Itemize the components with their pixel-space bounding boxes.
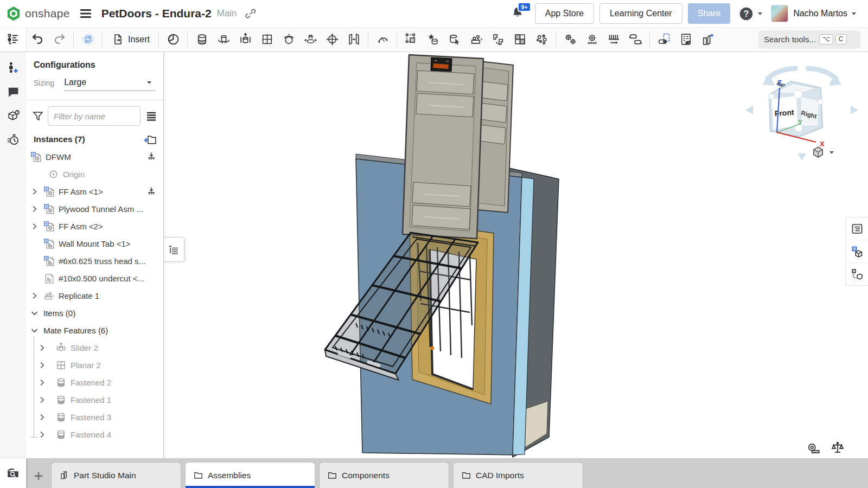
pattern-icon[interactable]: [487, 29, 509, 50]
tree-item-planar-2[interactable]: Planar 2: [26, 356, 163, 374]
gear-relation-icon[interactable]: [581, 29, 603, 50]
user-avatar[interactable]: [771, 5, 788, 22]
mate-connector-icon[interactable]: [422, 29, 444, 50]
view-options-button[interactable]: [811, 145, 838, 159]
tree-item-wall-mount-tab-1[interactable]: Wall Mount Tab <1>: [26, 235, 163, 252]
slider-mate-icon[interactable]: [234, 29, 256, 50]
belt-relation-icon[interactable]: [624, 29, 646, 50]
pan-right-arrow[interactable]: [851, 106, 858, 114]
chevron-right-icon[interactable]: [38, 429, 51, 439]
group-icon[interactable]: [400, 29, 422, 50]
exploded-view-icon[interactable]: [531, 29, 552, 50]
chevron-right-icon[interactable]: [38, 360, 51, 370]
insert-button[interactable]: Insert: [106, 29, 155, 50]
filter-icon[interactable]: [31, 110, 44, 123]
share-button[interactable]: Share: [688, 3, 731, 24]
fastened-mate-icon[interactable]: [191, 29, 213, 50]
rack-pinion-relation-icon[interactable]: [603, 29, 624, 50]
section-view-icon[interactable]: [653, 29, 675, 50]
measure-icon[interactable]: [807, 441, 821, 455]
tab-cad-imports[interactable]: CAD Imports: [453, 462, 583, 488]
snap-mode-icon[interactable]: [372, 29, 393, 50]
tree-section-items-0[interactable]: Items (0): [26, 304, 163, 322]
tree-item-fastened-2[interactable]: Fastened 2: [26, 374, 163, 391]
tab-components[interactable]: Components: [319, 462, 449, 488]
relations-icon[interactable]: [559, 29, 581, 50]
search-tools-input[interactable]: [763, 34, 817, 44]
planar-mate-icon[interactable]: [256, 29, 278, 50]
chevron-right-icon[interactable]: [38, 395, 51, 404]
main-menu-icon[interactable]: [79, 7, 93, 21]
share-link-icon[interactable]: [245, 8, 257, 20]
revolute-mate-icon[interactable]: [213, 29, 234, 50]
chevron-down-icon[interactable]: [756, 9, 764, 18]
undo-icon[interactable]: [27, 29, 48, 50]
tab-part-studio-main[interactable]: Part Studio Main: [51, 462, 181, 488]
chevron-right-icon[interactable]: [30, 291, 43, 300]
tangent-mate-icon[interactable]: [343, 29, 365, 50]
redo-icon[interactable]: [48, 29, 70, 50]
replicate-icon[interactable]: [465, 29, 487, 50]
tree-item-10x0-500-undercut[interactable]: #10x0.500 undercut <...: [26, 269, 163, 287]
comments-icon[interactable]: [3, 82, 23, 101]
chevron-right-icon[interactable]: [30, 187, 43, 196]
list-view-icon[interactable]: [145, 110, 158, 123]
tree-item-ff-asm-1[interactable]: FF Asm <1>: [26, 183, 163, 200]
tree-item-fastened-3[interactable]: Fastened 3: [26, 408, 163, 426]
add-tab-button[interactable]: [26, 464, 51, 488]
panel-collapse-handle[interactable]: [163, 237, 184, 262]
manage-positions-icon[interactable]: [444, 29, 465, 50]
versions-icon[interactable]: [3, 58, 23, 78]
chevron-right-icon[interactable]: [38, 377, 51, 387]
chevron-right-icon[interactable]: [30, 221, 43, 231]
history-icon[interactable]: [3, 130, 23, 149]
tab-assemblies[interactable]: Assemblies: [185, 462, 315, 488]
tree-item-slider-2[interactable]: Slider 2: [26, 339, 163, 356]
chevron-down-icon[interactable]: [30, 308, 43, 318]
search-tabs-button[interactable]: [0, 458, 26, 488]
mate-icon[interactable]: [162, 29, 184, 50]
tree-item-fastened-1[interactable]: Fastened 1: [26, 391, 163, 408]
add-folder-icon[interactable]: [143, 132, 157, 146]
chevron-right-icon[interactable]: [30, 204, 43, 214]
tree-item-origin[interactable]: Origin: [26, 165, 163, 183]
chevron-right-icon[interactable]: [38, 412, 51, 422]
search-tools-box[interactable]: ⌥ C: [758, 30, 860, 49]
pan-down-arrow[interactable]: [797, 153, 806, 160]
pan-left-arrow[interactable]: [745, 106, 753, 114]
workspace-name[interactable]: Main: [217, 8, 237, 19]
learning-center-button[interactable]: Learning Center: [599, 3, 682, 24]
tree-item-6x0-625-truss-head-s[interactable]: #6x0.625 truss head s...: [26, 252, 163, 269]
named-views-icon[interactable]: [846, 263, 868, 285]
display-states-icon[interactable]: [509, 29, 531, 50]
notifications-button[interactable]: 9+: [511, 6, 526, 21]
sizing-dropdown[interactable]: Large: [64, 78, 156, 91]
bom-table-icon[interactable]: [846, 217, 868, 240]
feature-list-toggle[interactable]: [0, 27, 27, 52]
tree-item-replicate-1[interactable]: Replicate 1: [26, 287, 163, 304]
shortcut-key-alt: ⌥: [819, 34, 833, 44]
tree-section-mate-features-6[interactable]: Mate Features (6): [26, 322, 163, 339]
chevron-down-icon[interactable]: [850, 9, 858, 18]
chevron-down-icon[interactable]: [30, 325, 43, 335]
ball-mate-icon[interactable]: [278, 29, 299, 50]
filter-input[interactable]: [48, 106, 141, 126]
tree-item-ff-asm-2[interactable]: FF Asm <2>: [26, 217, 163, 235]
mass-properties-icon[interactable]: [831, 441, 845, 455]
tree-item-dfwm[interactable]: DFWM: [26, 148, 163, 165]
bom-visibility-icon[interactable]: [675, 29, 697, 50]
help-icon[interactable]: ?: [739, 7, 754, 21]
pin-slot-mate-icon[interactable]: [299, 29, 321, 50]
update-references-icon[interactable]: [77, 29, 99, 50]
insert-item-icon[interactable]: [697, 29, 718, 50]
help-cube-icon[interactable]: ?: [3, 106, 23, 125]
user-name[interactable]: Nacho Martos: [793, 9, 847, 18]
chevron-right-icon[interactable]: [38, 343, 51, 352]
onshape-logo[interactable]: onshape: [5, 5, 70, 22]
tree-item-fastened-4[interactable]: Fastened 4: [26, 426, 163, 443]
configuration-panel-icon[interactable]: [846, 240, 868, 263]
tree-item-plywood-tunnel-asm[interactable]: Plywood Tunnel Asm ...: [26, 200, 163, 217]
view-cube[interactable]: Front Right Top Z X Y: [737, 54, 867, 163]
app-store-button[interactable]: App Store: [535, 3, 594, 24]
cylindrical-mate-icon[interactable]: [321, 29, 343, 50]
